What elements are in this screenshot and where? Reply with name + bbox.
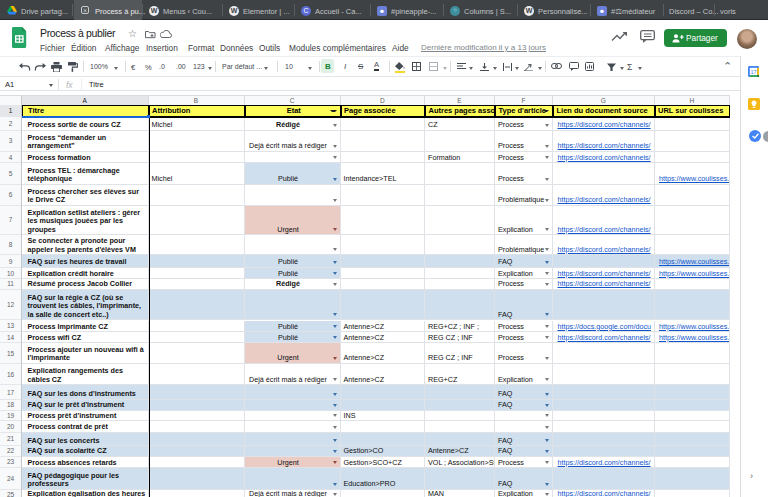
svg-text:17: 17: [750, 69, 756, 75]
